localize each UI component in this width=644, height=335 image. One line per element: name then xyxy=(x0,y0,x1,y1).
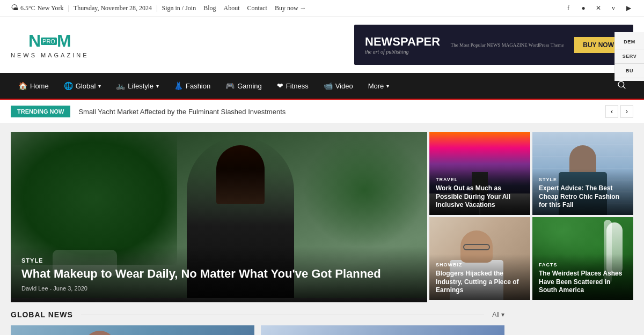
facts-category: FACTS xyxy=(539,262,627,267)
showbiz-card-overlay: SHOWBIZ Bloggers Hijacked the Industry, … xyxy=(429,254,530,300)
nav-lifestyle[interactable]: 🚲 Lifestyle ▾ xyxy=(108,74,166,98)
showbiz-card[interactable]: SHOWBIZ Bloggers Hijacked the Industry, … xyxy=(429,217,530,300)
news-card-1[interactable]: And More People Stay Home or Someone Com… xyxy=(11,325,254,335)
video-icon: 📹 xyxy=(324,81,333,90)
blog-link[interactable]: Blog xyxy=(203,4,216,12)
nav-fitness[interactable]: ❤ Fitness xyxy=(269,74,316,98)
logo-pro-badge: PRO xyxy=(41,38,57,45)
showbiz-title: Bloggers Hijacked the Industry, Cutting … xyxy=(436,270,524,295)
instagram-icon[interactable]: ● xyxy=(579,3,588,13)
facts-card[interactable]: FACTS The Weirdest Places Ashes Have Bee… xyxy=(532,217,633,300)
ad-title: NEWSPAPER xyxy=(365,35,440,49)
trending-text: Small Yacht Market Affected by the Fulmi… xyxy=(78,108,597,116)
date: Thursday, November 28, 2024 xyxy=(74,4,152,12)
hero-overlay: STYLE What Makeup to Wear Daily, No Matt… xyxy=(11,247,427,302)
nav-fashion[interactable]: 👗 Fashion xyxy=(166,74,218,98)
main-content: STYLE What Makeup to Wear Daily, No Matt… xyxy=(0,124,644,335)
trending-nav: ‹ › xyxy=(605,105,633,118)
style-card[interactable]: STYLE Expert Advice: The Best Cheap Retr… xyxy=(532,132,633,215)
nav-home-label: Home xyxy=(30,82,49,90)
side-panel-item-2[interactable]: SERV xyxy=(615,49,644,64)
weather: 🌤 6.5°C New York xyxy=(11,4,64,12)
hero-grid: STYLE What Makeup to Wear Daily, No Matt… xyxy=(11,132,633,302)
social-icons-bar: f ● ✕ v ▶ xyxy=(564,3,633,13)
fitness-icon: ❤ xyxy=(277,81,283,90)
x-twitter-icon[interactable]: ✕ xyxy=(594,3,603,13)
ad-tagline: the art of publishing xyxy=(365,49,440,55)
logo-subtitle: NEWS MAGAZINE xyxy=(11,52,89,58)
hero-date: June 3, 2020 xyxy=(53,285,87,292)
travel-title: Work Out as Much as Possible During Your… xyxy=(436,184,524,210)
logo-image: N PRO M xyxy=(28,31,71,51)
nav-gaming[interactable]: 🎮 Gaming xyxy=(218,74,269,98)
signin-link[interactable]: Sign in / Join xyxy=(162,4,196,12)
right-article-grid: TRAVEL Work Out as Much as Possible Duri… xyxy=(429,132,633,300)
hero-title: What Makeup to Wear Daily, No Matter Wha… xyxy=(21,267,416,281)
trending-label: TRENDING NOW xyxy=(11,106,70,117)
style-title: Expert Advice: The Best Cheap Retro Chic… xyxy=(539,184,627,210)
nav-gaming-label: Gaming xyxy=(237,82,262,90)
facts-card-overlay: FACTS The Weirdest Places Ashes Have Bee… xyxy=(532,254,633,300)
nav-video[interactable]: 📹 Video xyxy=(316,74,361,98)
nav-more[interactable]: More ▾ xyxy=(361,75,397,98)
chevron-down-icon: ▾ xyxy=(156,83,159,89)
trending-next-button[interactable]: › xyxy=(620,105,633,118)
news-cards: And More People Stay Home or Someone Com… xyxy=(11,325,504,335)
contact-link[interactable]: Contact xyxy=(247,4,267,12)
side-panel-item-1[interactable]: DEM xyxy=(615,35,644,49)
about-link[interactable]: About xyxy=(224,4,240,12)
location: New York xyxy=(38,4,64,12)
news-card-2-image xyxy=(261,325,504,335)
travel-card[interactable]: TRAVEL Work Out as Much as Possible Duri… xyxy=(429,132,530,215)
vimeo-icon[interactable]: v xyxy=(609,3,618,13)
chevron-down-icon: ▾ xyxy=(98,83,101,89)
side-panel-item-3[interactable]: BU xyxy=(615,64,644,78)
weather-icon: 🌤 xyxy=(11,4,18,12)
buy-now-top-link[interactable]: Buy now → xyxy=(275,4,306,12)
nav-global-label: Global xyxy=(76,82,96,90)
gaming-icon: 🎮 xyxy=(225,81,235,90)
top-bar: 🌤 6.5°C New York | Thursday, November 28… xyxy=(0,0,644,17)
main-nav: 🏠 Home 🌐 Global ▾ 🚲 Lifestyle ▾ 👗 Fashio… xyxy=(0,73,644,100)
bottom-section: GLOBAL NEWS All ▾ And More People Stay H… xyxy=(11,310,633,335)
youtube-icon[interactable]: ▶ xyxy=(624,3,633,13)
nav-more-label: More xyxy=(368,82,384,90)
facts-title: The Weirdest Places Ashes Have Been Scat… xyxy=(539,270,627,295)
svg-point-0 xyxy=(618,81,624,87)
hero-main-article[interactable]: STYLE What Makeup to Wear Daily, No Matt… xyxy=(11,132,427,302)
all-filter-button[interactable]: All ▾ xyxy=(492,311,504,318)
travel-card-overlay: TRAVEL Work Out as Much as Possible Duri… xyxy=(429,169,530,215)
nav-video-label: Video xyxy=(335,82,353,90)
home-icon: 🏠 xyxy=(18,81,27,90)
trending-prev-button[interactable]: ‹ xyxy=(605,105,618,118)
travel-category: TRAVEL xyxy=(436,177,524,182)
fashion-icon: 👗 xyxy=(174,81,183,90)
style-category: STYLE xyxy=(539,177,627,182)
global-news-header: GLOBAL NEWS All ▾ xyxy=(11,310,504,319)
global-news-divider xyxy=(81,315,485,315)
hero-category: STYLE xyxy=(21,257,416,264)
trending-bar: TRENDING NOW Small Yacht Market Affected… xyxy=(0,100,644,124)
global-icon: 🌐 xyxy=(64,81,73,90)
lifestyle-icon: 🚲 xyxy=(116,81,125,90)
side-panel: DEM SERV BU xyxy=(614,32,644,81)
style-card-overlay: STYLE Expert Advice: The Best Cheap Retr… xyxy=(532,169,633,215)
top-nav: Sign in / Join Blog About Contact Buy no… xyxy=(162,4,306,12)
ad-banner[interactable]: NEWSPAPER the art of publishing The Most… xyxy=(354,25,633,65)
news-card-1-image xyxy=(11,325,254,335)
showbiz-category: SHOWBIZ xyxy=(436,262,524,267)
nav-global[interactable]: 🌐 Global ▾ xyxy=(56,74,109,98)
nav-home[interactable]: 🏠 Home xyxy=(11,74,56,98)
temperature: 6.5°C xyxy=(20,4,35,12)
global-news-section: GLOBAL NEWS All ▾ And More People Stay H… xyxy=(11,310,504,335)
news-card-2[interactable]: Secondary news article title xyxy=(261,325,504,335)
header: N PRO M NEWS MAGAZINE NEWSPAPER the art … xyxy=(0,17,644,73)
nav-fitness-label: Fitness xyxy=(286,82,309,90)
hero-meta: David Lee - June 3, 2020 xyxy=(21,285,416,292)
nav-lifestyle-label: Lifestyle xyxy=(128,82,153,90)
chevron-down-icon: ▾ xyxy=(386,83,389,89)
logo-n: N xyxy=(28,31,41,51)
facebook-icon[interactable]: f xyxy=(564,3,573,13)
global-news-title: GLOBAL NEWS xyxy=(11,310,73,319)
svg-line-1 xyxy=(623,86,625,88)
